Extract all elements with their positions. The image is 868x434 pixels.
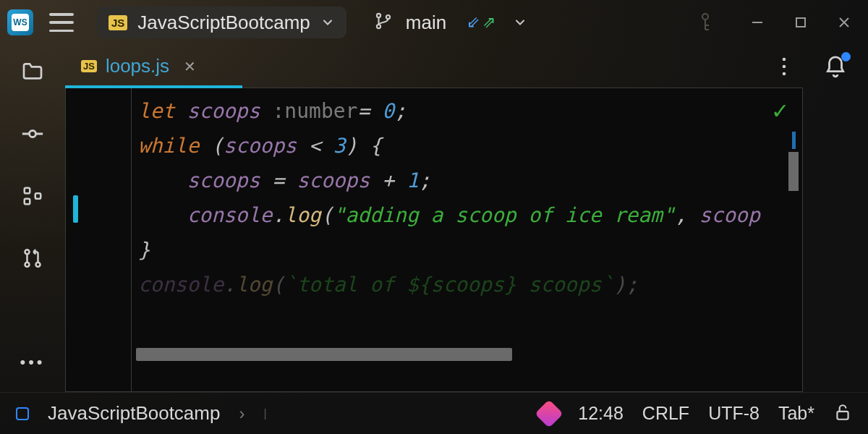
svg-point-0	[377, 14, 380, 17]
right-tool-strip	[803, 45, 868, 392]
svg-point-2	[386, 15, 390, 19]
pull-requests-tool-button[interactable]	[19, 244, 46, 272]
app-badge: WS	[12, 14, 29, 31]
project-selector[interactable]: JS JavaScriptBootcamp	[97, 7, 346, 38]
tab-loops-js[interactable]: JS loops.js ✕	[65, 45, 212, 88]
svg-point-13	[783, 64, 786, 68]
tab-filename: loops.js	[106, 55, 169, 77]
chevron-down-icon	[320, 15, 335, 30]
readonly-lock-icon[interactable]	[833, 403, 852, 425]
status-indent[interactable]: Tab*	[778, 403, 814, 424]
svg-rect-4	[796, 18, 805, 27]
status-bar: JavaScriptBootcamp › | 12:48 CRLF UTF-8 …	[0, 392, 868, 434]
svg-point-10	[25, 263, 30, 267]
svg-rect-6	[25, 188, 30, 194]
outgoing-icon: ⇗	[482, 13, 495, 32]
breadcrumb-project[interactable]: JavaScriptBootcamp	[48, 402, 220, 425]
svg-point-3	[702, 14, 708, 20]
svg-point-14	[783, 72, 786, 75]
gutter	[131, 88, 132, 391]
notification-dot	[841, 52, 851, 61]
project-badge: JS	[109, 15, 127, 30]
project-tool-button[interactable]	[19, 58, 46, 85]
breadcrumb-caret: |	[263, 407, 266, 420]
editor: JS loops.js ✕ ✓ let scoops :number= 0; w…	[65, 45, 803, 392]
svg-rect-7	[25, 199, 30, 205]
project-name: JavaScriptBootcamp	[137, 12, 310, 34]
file-badge: JS	[81, 60, 97, 72]
svg-point-1	[377, 25, 380, 28]
title-bar: WS JS JavaScriptBootcamp main ⇙ ⇗	[0, 0, 868, 45]
horizontal-scrollbar[interactable]	[136, 348, 512, 361]
svg-point-5	[29, 130, 35, 137]
code-area[interactable]: ✓ let scoops :number= 0; while (scoops <…	[65, 88, 803, 392]
minimize-button[interactable]	[741, 7, 774, 38]
close-button[interactable]	[827, 7, 861, 38]
app-icon: WS	[7, 9, 33, 35]
maximize-button[interactable]	[784, 7, 817, 38]
main-menu-button[interactable]	[49, 13, 74, 32]
ai-assistant-icon[interactable]	[535, 399, 563, 428]
scrollbar-markers[interactable]	[788, 132, 799, 191]
svg-rect-8	[35, 193, 41, 199]
status-line-ending[interactable]: CRLF	[642, 403, 689, 424]
update-project-button[interactable]: ⇙ ⇗	[467, 13, 495, 32]
vcs-chevron-down-icon[interactable]	[513, 15, 527, 30]
incoming-icon: ⇙	[467, 13, 480, 32]
branch-icon	[374, 12, 393, 33]
project-indicator-icon[interactable]	[16, 407, 29, 420]
svg-point-12	[783, 57, 786, 61]
commit-tool-button[interactable]	[19, 120, 46, 148]
close-tab-button[interactable]: ✕	[184, 58, 196, 75]
status-encoding[interactable]: UTF-8	[708, 403, 760, 424]
left-tool-strip: •••	[0, 45, 65, 392]
editor-tabs: JS loops.js ✕	[65, 45, 803, 88]
svg-point-9	[25, 250, 30, 254]
svg-point-11	[36, 263, 41, 267]
code-with-me-icon[interactable]	[699, 12, 712, 33]
tab-options-button[interactable]	[765, 45, 803, 88]
code-text[interactable]: let scoops :number= 0; while (scoops < 3…	[138, 94, 785, 302]
more-tools-button[interactable]: •••	[19, 349, 46, 376]
notifications-button[interactable]	[823, 55, 848, 82]
branch-name[interactable]: main	[406, 12, 446, 34]
breadcrumb-separator: ›	[239, 404, 244, 424]
structure-tool-button[interactable]	[19, 182, 46, 210]
status-position[interactable]: 12:48	[578, 403, 624, 424]
svg-rect-15	[837, 411, 848, 419]
caret-indicator	[73, 195, 78, 223]
